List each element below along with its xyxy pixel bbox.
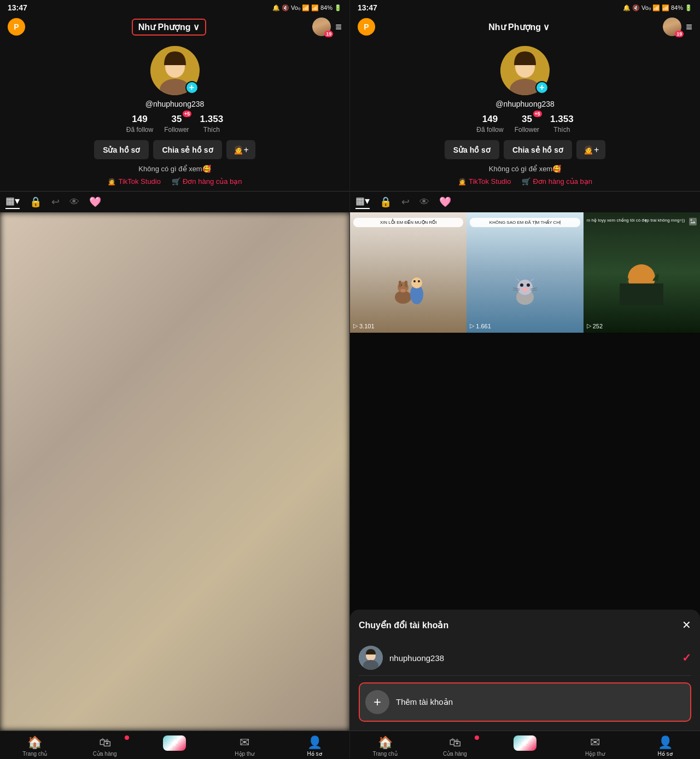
left-tab-tagged[interactable]: 👁: [69, 196, 79, 208]
left-nav-home[interactable]: 🏠 Trang chủ: [0, 735, 70, 757]
right-video-grid: XIN LỖI EM ĐẾN MUỘN RỒI ▷ 3.101 K: [350, 212, 700, 333]
left-video-grid: [0, 212, 349, 731]
right-nav-shop-label: Cửa hàng: [443, 751, 467, 757]
svg-point-13: [411, 277, 422, 288]
right-profile-section: + @nhuphuong238 149 Đã follow 35 +5 Foll…: [350, 40, 700, 191]
right-add-icon: +: [514, 735, 536, 751]
svg-point-18: [520, 283, 523, 287]
right-stat-likes[interactable]: 1.353 Thích: [550, 114, 574, 134]
left-follower-badge: +5: [183, 111, 191, 117]
left-status-icons: 🔔 🔇 Vo₀ 📶 📶 84% 🔋: [272, 4, 342, 11]
left-follow-label: Đã follow: [126, 126, 153, 134]
left-add-friend-button[interactable]: 🙍+: [226, 140, 255, 159]
right-cart-badge: [475, 735, 479, 740]
right-tiktok-studio-link[interactable]: 🙍 TikTok Studio: [458, 177, 511, 186]
left-edit-profile-button[interactable]: Sửa hồ sơ: [94, 140, 149, 159]
right-bottom-nav: 🏠 Trang chủ 🛍 Cửa hàng + ✉ Hộp thư 👤 Hồ …: [350, 731, 700, 759]
right-account-item-1[interactable]: nhuphuong238 ✓: [359, 640, 691, 676]
left-screen: 13:47 🔔 🔇 Vo₀ 📶 📶 84% 🔋 P Như Phượng ∨: [0, 0, 350, 759]
right-add-friend-button[interactable]: 🙍+: [576, 140, 605, 159]
right-tab-tagged[interactable]: 👁: [419, 196, 429, 208]
right-stat-follow[interactable]: 149 Đã follow: [476, 114, 503, 134]
left-profile-section: + @nhuphuong238 149 Đã follow 35 +5 Foll…: [0, 40, 349, 191]
svg-point-15: [418, 280, 420, 282]
right-nav-shop[interactable]: 🛍 Cửa hàng: [420, 735, 490, 757]
left-studio-icon: 🙍: [107, 177, 116, 186]
left-stat-follow[interactable]: 149 Đã follow: [126, 114, 153, 134]
right-video-cell-2[interactable]: KHÔNG SAO EM ĐÃ TỊM THẤY CHỊ ▷ 1.661: [466, 212, 583, 333]
right-video-cell-1[interactable]: XIN LỖI EM ĐẾN MUỘN RỒI ▷ 3.101: [350, 212, 466, 333]
right-orders-link[interactable]: 🛒 Đơn hàng của bạn: [522, 177, 592, 186]
right-likes-count: 1.353: [550, 114, 574, 125]
left-tiktok-studio-link[interactable]: 🙍 TikTok Studio: [107, 177, 161, 186]
right-nav-add[interactable]: +: [490, 735, 560, 757]
right-add-account-label: Thêm tài khoản: [396, 697, 453, 707]
left-links-row: 🙍 TikTok Studio 🛒 Đơn hàng của bạn: [107, 177, 242, 186]
right-stat-follower[interactable]: 35 +5 Follower: [515, 114, 539, 134]
right-handle: @nhuphuong238: [495, 100, 555, 108]
left-likes-count: 1.353: [200, 114, 224, 125]
left-nav-shop[interactable]: 🛍 Cửa hàng: [70, 735, 140, 757]
right-edit-profile-button[interactable]: Sửa hồ sơ: [445, 140, 499, 159]
right-tab-videos[interactable]: ▦▾: [355, 195, 370, 209]
svg-point-20: [522, 288, 528, 291]
right-stats-row: 149 Đã follow 35 +5 Follower 1.353 Thích: [476, 114, 573, 134]
left-tab-reposts[interactable]: ↩: [51, 196, 60, 208]
right-avatar-plus-icon[interactable]: +: [535, 81, 549, 94]
right-video-count-3: ▷ 252: [587, 322, 603, 329]
left-tabs-row: ▦▾ 🔒 ↩ 👁 🩷: [0, 191, 349, 212]
left-stat-likes[interactable]: 1.353 Thích: [200, 114, 224, 134]
left-video-cell-1[interactable]: [0, 212, 349, 731]
right-studio-icon: 🙍: [458, 177, 466, 186]
left-username-button[interactable]: Như Phượng ∨: [132, 19, 206, 36]
left-tab-private[interactable]: 🔒: [30, 196, 42, 208]
left-share-profile-button[interactable]: Chia sẻ hồ sơ: [153, 140, 221, 159]
right-sheet-close-button[interactable]: ✕: [682, 618, 691, 631]
right-notification-avatar[interactable]: 19: [663, 18, 681, 36]
left-notification-avatar[interactable]: 19: [312, 18, 331, 36]
right-header-right: 19 ≡: [663, 18, 692, 36]
right-nav-home[interactable]: 🏠 Trang chủ: [350, 735, 420, 757]
left-follow-count: 149: [132, 114, 147, 125]
right-video-count-2: ▷ 1.661: [470, 322, 491, 329]
left-nav-profile[interactable]: 👤 Hồ sơ: [279, 735, 349, 757]
svg-rect-28: [620, 283, 663, 305]
right-action-buttons: Sửa hồ sơ Chia sẻ hồ sơ 🙍+: [359, 140, 691, 159]
right-video-count-1: ▷ 3.101: [353, 322, 375, 329]
left-chevron-icon: ∨: [193, 22, 200, 32]
right-menu-icon[interactable]: ≡: [686, 21, 692, 33]
right-tab-private[interactable]: 🔒: [380, 196, 392, 208]
left-bottom-nav: 🏠 Trang chủ 🛍 Cửa hàng + ✉ Hộp thư 👤 Hồ …: [0, 731, 349, 759]
right-links-row: 🙍 TikTok Studio 🛒 Đơn hàng của bạn: [458, 177, 592, 186]
right-status-bar: 13:47 🔔 🔇 Vo₀ 📶 📶 84% 🔋: [350, 0, 700, 14]
right-tab-reposts[interactable]: ↩: [401, 196, 410, 208]
left-avatar-plus-icon[interactable]: +: [185, 81, 199, 94]
left-tab-videos[interactable]: ▦▾: [5, 195, 20, 209]
left-handle: @nhuphuong238: [145, 100, 205, 108]
left-tab-liked[interactable]: 🩷: [89, 196, 101, 208]
right-bio: Không có gì để xem🥰: [489, 165, 561, 173]
left-nav-add[interactable]: +: [140, 735, 210, 757]
svg-point-9: [400, 289, 406, 292]
right-follower-badge: +5: [533, 111, 542, 117]
right-add-account-button[interactable]: + Thêm tài khoản: [359, 682, 691, 722]
right-nav-inbox[interactable]: ✉ Hộp thư: [560, 735, 630, 757]
right-video-cell-3[interactable]: m hộ toyy xem chồng tôi có đẹp trai khôn…: [584, 212, 700, 333]
left-nav-inbox[interactable]: ✉ Hộp thư: [209, 735, 279, 757]
left-menu-icon[interactable]: ≡: [335, 21, 342, 33]
right-share-profile-button[interactable]: Chia sẻ hồ sơ: [504, 140, 572, 159]
left-orders-link[interactable]: 🛒 Đơn hàng của bạn: [172, 177, 242, 186]
left-stat-follower[interactable]: 35 +5 Follower: [164, 114, 189, 134]
right-profile-icon: 👤: [658, 735, 673, 750]
left-header: P Như Phượng ∨ 19 ≡: [0, 14, 349, 40]
right-nav-profile[interactable]: 👤 Hồ sơ: [630, 735, 700, 757]
right-nav-profile-label: Hồ sơ: [658, 751, 673, 757]
right-tab-liked[interactable]: 🩷: [439, 196, 451, 208]
left-action-buttons: Sửa hồ sơ Chia sẻ hồ sơ 🙍+: [9, 140, 341, 159]
left-cart-badge: [125, 735, 129, 740]
right-username-button[interactable]: Như Phượng ∨: [483, 20, 555, 34]
right-time: 13:47: [358, 3, 377, 12]
left-header-right: 19 ≡: [312, 18, 342, 36]
right-shop-icon: 🛍: [449, 735, 461, 750]
right-header-avatar: P: [358, 18, 375, 36]
